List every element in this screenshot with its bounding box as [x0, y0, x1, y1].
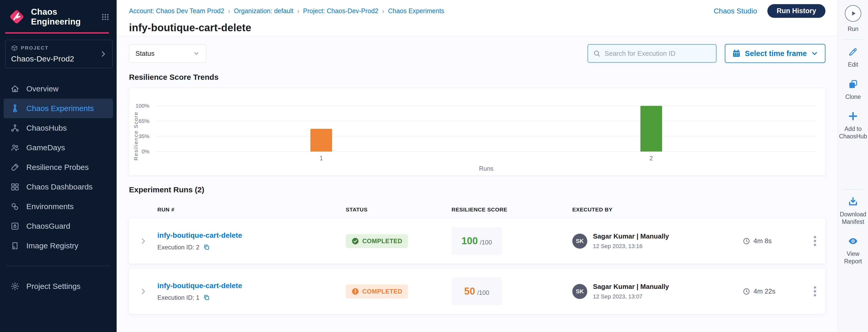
search-input[interactable] — [604, 50, 711, 58]
status-text: COMPLETED — [362, 288, 402, 295]
home-icon — [10, 84, 20, 93]
resilience-trends-chart: Resilience Score 0%35%65%100% 12 Runs — [129, 88, 826, 176]
breadcrumb-account-link[interactable]: Account: Chaos Dev Team Prod2 — [129, 7, 224, 15]
sidebar-item-image-registry[interactable]: Image Registry — [4, 236, 113, 255]
tool-label: Clone — [845, 93, 861, 101]
breadcrumb-separator-icon: › — [382, 7, 384, 15]
trends-section-title: Resilience Score Trends — [129, 73, 826, 82]
run-duration: 4m 22s — [743, 287, 801, 295]
eye-icon — [848, 236, 859, 246]
executed-on-date: 12 Sep 2023, 13:16 — [593, 243, 669, 250]
sidebar-item-overview[interactable]: Overview — [4, 79, 113, 99]
clone-button[interactable]: Clone — [845, 79, 861, 101]
project-selector[interactable]: PROJECT Chaos-Dev-Prod2 — [5, 40, 113, 68]
row-menu-kebab-icon[interactable] — [811, 233, 819, 249]
right-action-toolbar: Run Edit Clone Add to ChaosHub — [838, 0, 868, 332]
sidebar-item-resilience-probes[interactable]: Resilience Probes — [4, 157, 113, 177]
run-button[interactable] — [845, 5, 861, 22]
clone-icon — [848, 79, 859, 90]
executed-on-date: 12 Sep 2023, 13:07 — [593, 293, 669, 300]
breadcrumb-separator-icon: › — [228, 7, 230, 15]
clock-icon — [743, 288, 750, 295]
runs-section-title: Experiment Runs (2) — [129, 185, 826, 194]
sidebar-item-chaos-dashboards[interactable]: Chaos Dashboards — [4, 177, 113, 197]
column-header-resilience-score: RESILIENCE SCORE — [452, 207, 572, 213]
sidebar-item-label: Overview — [26, 84, 59, 93]
select-time-frame-label: Select time frame — [745, 49, 807, 58]
status-badge: COMPLETED — [346, 284, 408, 298]
sidebar-item-project-settings[interactable]: Project Settings — [4, 276, 113, 296]
breadcrumb-experiments-link[interactable]: Chaos Experiments — [388, 7, 444, 15]
sidebar-item-chaosguard[interactable]: ChaosGuard — [4, 216, 113, 236]
avatar: SK — [572, 234, 587, 249]
breadcrumb-organization-link[interactable]: Organization: default — [234, 7, 293, 15]
chart-gridline — [156, 121, 816, 121]
chaos-studio-link[interactable]: Chaos Studio — [714, 7, 757, 15]
chart-gridline — [156, 151, 816, 152]
status-check-icon — [351, 237, 359, 245]
breadcrumb-separator-icon: › — [297, 7, 299, 15]
edit-button[interactable]: Edit — [848, 47, 859, 68]
gear-icon — [10, 282, 20, 291]
x-axis-title: Runs — [156, 165, 816, 172]
sidebar-item-environments[interactable]: Environments — [4, 197, 113, 216]
runs-table-header: RUN # STATUS RESILIENCE SCORE EXECUTED B… — [129, 203, 826, 218]
score-suffix: /100 — [477, 289, 489, 296]
sidebar-item-label: Chaos Experiments — [26, 104, 94, 113]
y-axis-tick-label: 0% — [142, 148, 149, 155]
app-switcher-grid-icon[interactable] — [101, 11, 110, 22]
dashboard-icon — [10, 182, 20, 191]
app-title: Chaos Engineering — [31, 7, 94, 27]
run-history-button[interactable]: Run History — [767, 4, 826, 18]
sidebar-divider — [6, 266, 111, 266]
expand-row-chevron-icon[interactable] — [129, 288, 157, 295]
duration-text: 4m 8s — [753, 237, 772, 245]
add-to-chaoshub-button[interactable]: Add to ChaosHub — [838, 111, 868, 140]
tool-label: View Report — [838, 250, 868, 265]
chart-bar-run-1[interactable] — [310, 129, 332, 152]
run-button-label: Run — [848, 25, 859, 33]
view-report-button[interactable]: View Report — [838, 236, 868, 265]
execution-id-label: Execution ID: 1 — [157, 294, 199, 301]
sidebar-item-chaos-experiments[interactable]: Chaos Experiments — [4, 99, 113, 118]
score-suffix: /100 — [480, 239, 492, 246]
chart-gridline — [156, 105, 816, 106]
run-row: infy-boutique-cart-delete Execution ID: … — [129, 269, 826, 314]
toolbar-divider — [843, 189, 863, 189]
content-area: Status — [117, 36, 838, 332]
x-axis-tick-label: 2 — [649, 155, 653, 162]
sidebar-item-gamedays[interactable]: GameDays — [4, 138, 113, 157]
sidebar-item-chaoshubs[interactable]: ChaosHubs — [4, 118, 113, 138]
executed-by-name: Sagar Kumar | Manually — [593, 283, 669, 291]
y-axis-tick-label: 35% — [138, 133, 149, 140]
app-root: Chaos Engineering PROJECT Chaos-Dev-Prod… — [0, 0, 868, 332]
copy-icon[interactable] — [203, 294, 210, 301]
expand-row-chevron-icon[interactable] — [129, 237, 157, 245]
copy-icon[interactable] — [203, 244, 210, 251]
execution-id-label: Execution ID: 2 — [157, 244, 199, 251]
y-axis: 0%35%65%100% — [129, 106, 153, 152]
chart-gridline — [156, 136, 816, 137]
hexagons-icon — [10, 202, 20, 211]
chevron-down-icon — [193, 50, 200, 57]
page-title: infy-boutique-cart-delete — [129, 22, 826, 34]
project-name: Chaos-Dev-Prod2 — [11, 55, 106, 63]
brand-underline — [5, 32, 109, 34]
y-axis-tick-label: 65% — [138, 118, 149, 124]
status-filter-select[interactable]: Status — [129, 44, 207, 62]
run-name-link[interactable]: infy-boutique-cart-delete — [157, 231, 346, 240]
score-value: 100 — [461, 236, 477, 246]
chevron-down-icon — [811, 50, 818, 57]
download-manifest-button[interactable]: Download Manifest — [838, 196, 868, 225]
chart-bar-run-2[interactable] — [641, 106, 662, 152]
select-time-frame-button[interactable]: Select time frame — [725, 44, 826, 63]
executed-by-name: Sagar Kumar | Manually — [593, 232, 669, 240]
breadcrumb-project-link[interactable]: Project: Chaos-Dev-Prod2 — [303, 7, 378, 15]
y-axis-tick-label: 100% — [135, 103, 149, 109]
calendar-icon — [732, 49, 741, 58]
score-value: 50 — [464, 286, 475, 297]
row-menu-kebab-icon[interactable] — [811, 284, 819, 299]
run-name-link[interactable]: infy-boutique-cart-delete — [157, 282, 346, 290]
status-filter-label: Status — [135, 50, 155, 58]
resilience-score: 100 /100 — [452, 227, 502, 255]
